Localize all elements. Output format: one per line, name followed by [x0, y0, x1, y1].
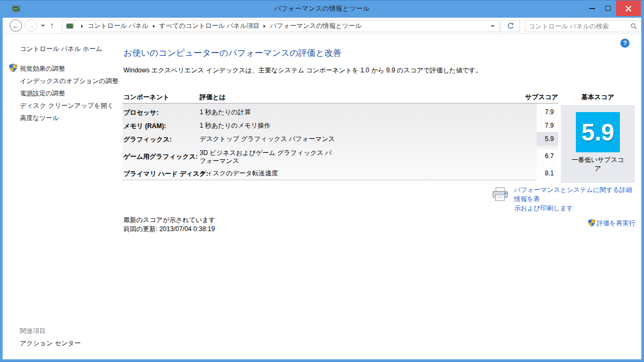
print-details-link[interactable]: パフォーマンスとシステムに関する詳細情報を表 示および印刷します	[514, 186, 636, 213]
row-gaming-graphics-component: ゲーム用グラフィックス:	[123, 152, 199, 161]
minimize-icon	[589, 8, 595, 9]
help-icon[interactable]: ?	[620, 39, 630, 48]
row-graphics-description: デスクトップ グラフィックス パフォーマンス	[200, 135, 356, 143]
column-header-base-score: 基本スコア	[561, 93, 635, 102]
page-title: お使いのコンピューターのパフォーマンスの評価と改善	[123, 48, 341, 59]
address-dropdown-button[interactable]	[486, 25, 499, 27]
row-processor-subscore: 7.9	[504, 108, 554, 116]
related-items-title: 関連項目	[20, 327, 46, 336]
up-arrow-icon: ↑	[50, 20, 54, 29]
printer-icon[interactable]	[492, 187, 509, 202]
toolbar: ← → ↑ コントロール パネル すべてのコントロール パネル項目 パフォーマン…	[3, 18, 641, 34]
sidebar-item-control-panel-home[interactable]: コントロール パネル ホーム	[20, 45, 102, 54]
chevron-down-icon	[41, 25, 45, 27]
page-subtitle: Windows エクスペリエンス インデックスは、主要なシステム コンポーネント…	[123, 66, 482, 75]
row-primary-disk-component: プライマリ ハード ディスク:	[123, 169, 199, 179]
status-latest-score: 最新のスコアが示されています	[123, 216, 215, 225]
forward-arrow-icon: →	[27, 21, 35, 30]
search-input[interactable]	[525, 21, 630, 31]
base-score-value: 5.9	[576, 112, 620, 152]
address-location-icon	[65, 23, 74, 30]
sidebar-item-power-settings[interactable]: 電源設定の調整	[20, 89, 65, 98]
address-bar[interactable]: コントロール パネル すべてのコントロール パネル項目 パフォーマンスの情報とツ…	[62, 20, 500, 32]
caption-buttons	[584, 1, 641, 16]
window-title: パフォーマンスの情報とツール	[0, 1, 644, 18]
column-header-component: コンポーネント	[123, 93, 170, 102]
chevron-down-icon	[491, 25, 495, 27]
rerun-assessment-link[interactable]: 評価を再実行	[537, 219, 635, 228]
row-processor-description: 1 秒あたりの計算	[200, 108, 356, 116]
row-primary-disk-subscore: 8.1	[504, 169, 554, 177]
shield-icon	[588, 219, 596, 227]
breadcrumb-current-page[interactable]: パフォーマンスの情報とツール	[270, 21, 362, 31]
maximize-button[interactable]	[600, 1, 616, 16]
sidebar-item-indexing-options[interactable]: インデックスのオプションの調整	[20, 77, 119, 86]
refresh-button[interactable]	[501, 20, 520, 32]
breadcrumb-control-panel[interactable]: コントロール パネル	[87, 21, 149, 31]
back-arrow-icon: ←	[12, 21, 20, 30]
shield-icon	[9, 63, 18, 72]
row-memory-subscore: 7.9	[504, 122, 554, 129]
column-header-subscore: サブスコア	[504, 93, 558, 102]
title-bar: パフォーマンスの情報とツール	[0, 1, 644, 18]
recent-pages-button[interactable]	[41, 25, 45, 27]
breadcrumb-all-items[interactable]: すべてのコントロール パネル項目	[159, 21, 260, 31]
sidebar-item-action-center[interactable]: アクション センター	[20, 339, 81, 348]
row-memory-component: メモリ (RAM):	[123, 122, 199, 131]
status-last-update: 前回の更新: 2013/07/04 0:38:19	[123, 225, 215, 234]
up-button[interactable]: ↑	[50, 20, 54, 29]
row-memory-description: 1 秒あたりのメモリ操作	[200, 122, 356, 130]
search-icon[interactable]	[630, 23, 638, 30]
breadcrumb-separator-icon[interactable]	[153, 25, 155, 28]
column-header-description: 評価とは	[200, 93, 226, 102]
maximize-icon	[605, 6, 611, 11]
base-score-caption: 一番低いサブスコ ア	[564, 156, 632, 173]
row-gaming-graphics-subscore: 6.7	[504, 152, 554, 160]
row-processor-component: プロセッサ:	[123, 108, 199, 117]
breadcrumb-separator-icon[interactable]	[264, 25, 266, 28]
sidebar-item-visual-effects[interactable]: 視覚効果の調整	[20, 64, 65, 73]
close-button[interactable]	[616, 1, 641, 16]
forward-button[interactable]: →	[25, 19, 37, 32]
close-icon	[625, 5, 632, 12]
breadcrumb-separator-icon[interactable]	[81, 25, 83, 28]
back-button[interactable]: ←	[10, 19, 22, 32]
row-graphics-component: グラフィックス:	[123, 135, 199, 144]
row-gaming-graphics-description: 3D ビジネスおよびゲーム グラフィックス パ フォーマンス	[200, 149, 356, 165]
rerun-assessment-label: 評価を再実行	[597, 219, 635, 227]
minimize-button[interactable]	[584, 1, 600, 16]
row-primary-disk-description: ディスクのデータ転送速度	[200, 169, 356, 178]
window: パフォーマンスの情報とツール ← → ↑ コントロール パネル すべてのコントロ…	[0, 0, 644, 362]
sidebar-item-disk-cleanup[interactable]: ディスク クリーンアップを開く	[20, 101, 114, 110]
sidebar-item-advanced-tools[interactable]: 高度なツール	[20, 114, 59, 123]
search-box	[525, 20, 641, 32]
refresh-icon	[507, 22, 515, 30]
row-graphics-subscore: 5.9	[504, 135, 554, 143]
